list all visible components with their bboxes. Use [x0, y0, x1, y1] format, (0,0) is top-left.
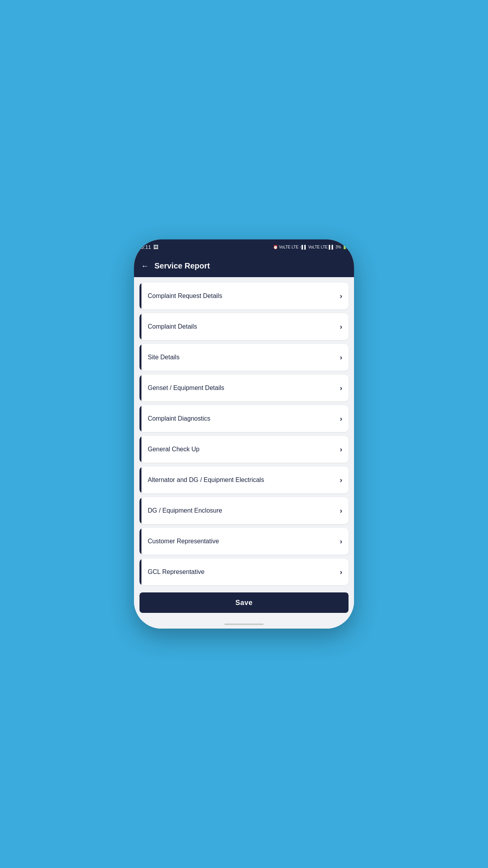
home-indicator: [134, 620, 354, 629]
menu-item[interactable]: DG / Equipment Enclosure›: [139, 497, 349, 524]
menu-item-label: Complaint Request Details: [141, 292, 340, 300]
menu-item-label: DG / Equipment Enclosure: [141, 507, 340, 514]
chevron-right-icon: ›: [340, 568, 349, 576]
chevron-right-icon: ›: [340, 476, 349, 484]
chevron-right-icon: ›: [340, 384, 349, 392]
status-right-icons: ⏰ VoLTE LTE ↑▌▌ VoLTE LTE ▌▌ 3% 🔋: [273, 245, 347, 249]
menu-item-label: Alternator and DG / Equipment Electrical…: [141, 476, 340, 484]
menu-item[interactable]: General Check Up›: [139, 436, 349, 463]
menu-item[interactable]: Alternator and DG / Equipment Electrical…: [139, 467, 349, 493]
menu-item-label: Complaint Details: [141, 323, 340, 330]
save-area: Save: [134, 587, 354, 620]
content-area: Complaint Request Details›Complaint Deta…: [134, 277, 354, 587]
menu-item-label: GCL Representative: [141, 568, 340, 576]
status-icons: ⏰ VoLTE LTE ↑▌▌ VoLTE LTE ▌▌ 3% 🔋: [273, 245, 347, 249]
save-button[interactable]: Save: [139, 592, 349, 613]
page-title: Service Report: [154, 261, 210, 270]
app-header: ← Service Report: [134, 254, 354, 277]
photo-icon: 🖼: [153, 244, 158, 250]
menu-item[interactable]: Complaint Details›: [139, 313, 349, 340]
chevron-right-icon: ›: [340, 537, 349, 546]
chevron-right-icon: ›: [340, 415, 349, 423]
chevron-right-icon: ›: [340, 507, 349, 515]
menu-item[interactable]: Complaint Diagnostics›: [139, 405, 349, 432]
chevron-right-icon: ›: [340, 445, 349, 454]
menu-item-label: Complaint Diagnostics: [141, 415, 340, 422]
back-button[interactable]: ←: [141, 261, 149, 270]
chevron-right-icon: ›: [340, 353, 349, 362]
chevron-right-icon: ›: [340, 323, 349, 331]
menu-item[interactable]: Complaint Request Details›: [139, 283, 349, 309]
menu-item[interactable]: Genset / Equipment Details›: [139, 375, 349, 401]
home-indicator-bar: [224, 623, 264, 625]
status-bar: 5:11 🖼 ⏰ VoLTE LTE ↑▌▌ VoLTE LTE ▌▌ 3% 🔋: [134, 239, 354, 254]
menu-item-label: Genset / Equipment Details: [141, 384, 340, 392]
phone-frame: 5:11 🖼 ⏰ VoLTE LTE ↑▌▌ VoLTE LTE ▌▌ 3% 🔋…: [134, 239, 354, 629]
menu-item-label: Customer Representative: [141, 538, 340, 545]
menu-item-label: Site Details: [141, 354, 340, 361]
chevron-right-icon: ›: [340, 292, 349, 300]
status-time: 5:11 🖼: [141, 244, 158, 250]
menu-item[interactable]: Customer Representative›: [139, 528, 349, 555]
menu-item[interactable]: Site Details›: [139, 344, 349, 371]
menu-item[interactable]: GCL Representative›: [139, 559, 349, 585]
menu-item-label: General Check Up: [141, 446, 340, 453]
